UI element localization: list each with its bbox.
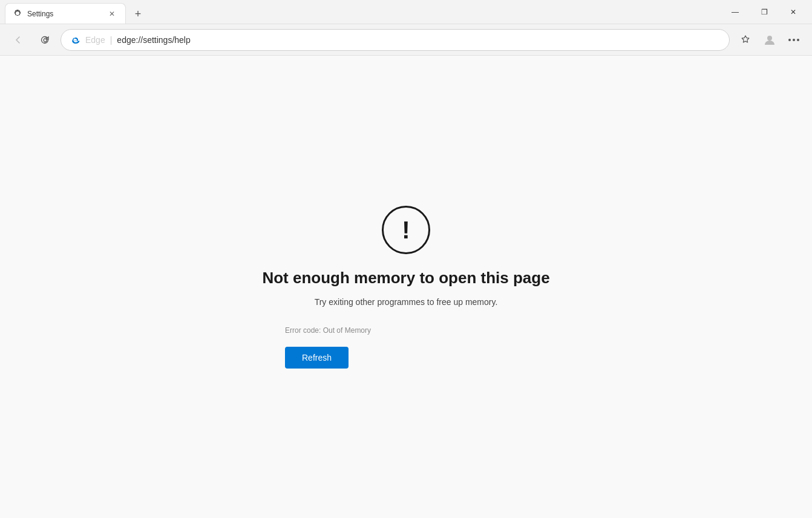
profile-button[interactable] xyxy=(759,29,781,51)
refresh-button[interactable] xyxy=(34,29,56,51)
more-menu-icon xyxy=(788,39,799,41)
menu-button[interactable] xyxy=(783,29,805,51)
star-icon xyxy=(740,34,751,45)
nav-bar: Edge | edge://settings/help xyxy=(0,24,812,56)
title-bar: Settings ✕ + — ❐ ✕ xyxy=(0,0,812,24)
edge-logo-icon xyxy=(71,35,80,45)
address-bar[interactable]: Edge | edge://settings/help xyxy=(61,29,730,51)
window-controls: — ❐ ✕ xyxy=(721,2,807,22)
refresh-page-button[interactable]: Refresh xyxy=(285,347,349,369)
tab-close-button[interactable]: ✕ xyxy=(106,8,118,20)
error-exclamation-icon: ! xyxy=(402,218,410,242)
tab-title-text: Settings xyxy=(27,10,101,18)
close-button[interactable]: ✕ xyxy=(779,2,807,22)
refresh-icon xyxy=(40,35,50,45)
address-separator: | xyxy=(110,35,113,45)
back-icon xyxy=(13,35,23,45)
settings-tab-icon xyxy=(13,9,22,19)
error-title: Not enough memory to open this page xyxy=(262,269,549,287)
active-tab[interactable]: Settings ✕ xyxy=(5,3,126,24)
address-divider: Edge xyxy=(85,35,105,45)
minimize-button[interactable]: — xyxy=(721,2,749,22)
error-subtitle: Try exiting other programmes to free up … xyxy=(315,297,498,307)
tab-strip: Settings ✕ + xyxy=(5,0,721,24)
profile-icon xyxy=(764,34,776,46)
back-button[interactable] xyxy=(7,29,29,51)
error-page: ! Not enough memory to open this page Tr… xyxy=(0,56,812,518)
favorites-button[interactable] xyxy=(735,29,756,51)
error-icon-circle: ! xyxy=(382,206,430,254)
maximize-button[interactable]: ❐ xyxy=(750,2,778,22)
nav-right-buttons xyxy=(735,29,805,51)
error-code-text: Error code: Out of Memory xyxy=(285,326,527,335)
address-url: edge://settings/help xyxy=(117,35,719,45)
new-tab-button[interactable]: + xyxy=(128,4,148,24)
svg-point-0 xyxy=(767,36,772,41)
